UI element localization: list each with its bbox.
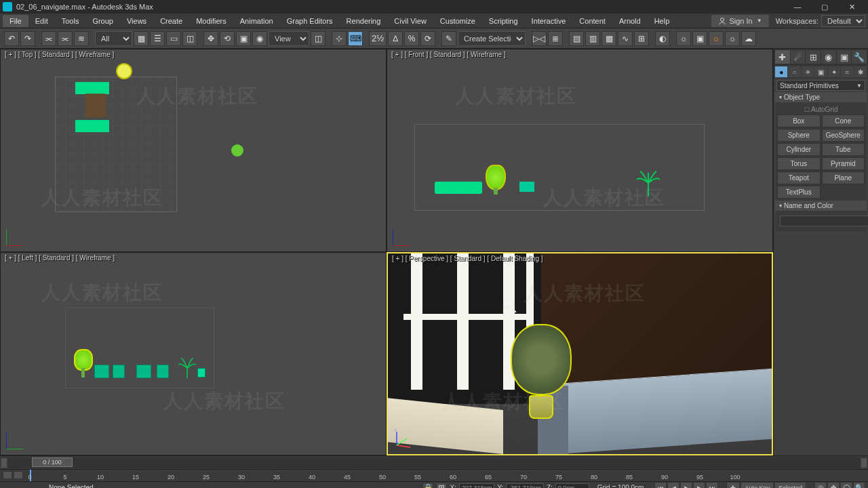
undo-button[interactable]: ↶ [4,31,19,46]
selection-lock-toggle[interactable]: 🔒 [422,483,433,489]
menu-scripting[interactable]: Scripting [482,15,525,27]
lights-subtab[interactable]: ☀ [802,66,814,77]
hierarchy-tab[interactable]: ⊞ [806,50,821,64]
set-key-button[interactable] [3,471,12,479]
menu-edit[interactable]: Edit [28,15,55,27]
percent-snap-toggle[interactable]: % [404,31,419,46]
viewport-front-label[interactable]: [ + ] [ Front ] [ Standard ] [ Wireframe… [391,51,506,58]
render-setup-button[interactable]: ☼ [676,31,691,46]
nav-zoom-button[interactable]: 🔍 [853,482,865,489]
render-iterate-button[interactable]: ☼ [725,31,740,46]
select-by-name-button[interactable]: ☰ [150,31,165,46]
time-ruler[interactable]: 0 5 10 15 20 25 30 35 40 45 50 55 60 65 … [0,469,868,481]
object-furn[interactable] [136,365,151,378]
slider-right-arrow[interactable] [861,458,867,468]
viewport-perspective[interactable]: z [ + ] [ Perspective ] [ Standard ] [ D… [387,252,773,455]
create-plane-button[interactable]: Plane [822,171,865,184]
render-production-button[interactable]: ☼ [709,31,724,46]
link-button[interactable]: ⫘ [41,31,56,46]
systems-subtab[interactable]: ✱ [854,66,867,77]
ref-coord-dropdown[interactable]: View [269,31,309,46]
signin-button[interactable]: Sign In ▼ [711,15,768,27]
isolate-toggle[interactable]: ◎ [814,482,827,489]
object-sofa[interactable] [435,182,482,194]
angle-snap-toggle[interactable]: ∆ [388,31,403,46]
object-palm[interactable] [635,166,662,198]
selected-tree[interactable] [486,165,506,190]
menu-rendering[interactable]: Rendering [340,15,388,27]
viewport-left-label[interactable]: [ + ] [ Left ] [ Standard ] [ Wireframe … [5,254,115,262]
menu-civilview[interactable]: Civil View [387,15,433,27]
object-name-input[interactable] [780,216,868,226]
object-box[interactable] [75,120,109,132]
y-coord[interactable]: -351.719cm [506,483,544,489]
create-geosphere-button[interactable]: GeoSphere [822,129,865,142]
object-sphere[interactable] [231,144,243,157]
align-button[interactable]: ≣ [548,31,563,46]
schematic-view-button[interactable]: ⊞ [634,31,649,46]
create-sphere-button[interactable]: Sphere [777,129,821,142]
goto-start-button[interactable]: ⏮ [654,482,667,489]
menu-tools[interactable]: Tools [55,15,86,27]
selected-plant[interactable] [511,324,572,419]
select-scale-button[interactable]: ▣ [236,31,251,46]
viewport-persp-label[interactable]: [ + ] [ Perspective ] [ Standard ] [ Def… [392,255,543,262]
z-coord[interactable]: 0.0cm [555,483,589,489]
use-pivot-button[interactable]: ◫ [311,31,326,46]
autokey-toggle[interactable]: Auto Key [741,482,774,489]
shapes-subtab[interactable]: ○ [788,66,800,77]
next-frame-button[interactable]: ▶ [693,482,705,489]
select-object-button[interactable]: ▦ [134,31,149,46]
display-tab[interactable]: ▣ [837,50,852,64]
helpers-subtab[interactable]: ✦ [828,66,840,77]
select-rotate-button[interactable]: ⟲ [220,31,235,46]
play-button[interactable]: ▶ [680,482,692,489]
big-setkey-button[interactable]: ✚ [726,482,740,489]
x-coord[interactable]: 707.318cm [459,483,495,489]
geometry-subtab[interactable]: ● [775,66,787,77]
redo-button[interactable]: ↷ [20,31,35,46]
select-place-button[interactable]: ◉ [252,31,267,46]
menu-file[interactable]: File [3,15,28,27]
nav-arc-button[interactable]: ◯ [840,482,852,489]
create-tab[interactable]: ✚ [775,50,790,64]
create-teapot-button[interactable]: Teapot [777,171,821,184]
autogrid-checkbox[interactable]: ☐ AutoGrid [777,104,865,115]
modify-tab[interactable]: ☄ [791,50,806,64]
object-furn[interactable] [197,368,205,378]
key-mode-button[interactable] [14,471,23,479]
object-cabinet[interactable] [557,368,773,454]
rollout-object-type[interactable]: Object Type [775,92,867,102]
spacewarps-subtab[interactable]: ≈ [841,66,853,77]
goto-end-button[interactable]: ⏭ [706,482,718,489]
selected-filter[interactable]: Selected [774,482,806,489]
window-crossing-button[interactable]: ◫ [182,31,197,46]
menu-group[interactable]: Group [85,15,120,27]
keyboard-shortcut-toggle[interactable]: ⌨ [348,31,363,46]
menu-customize[interactable]: Customize [433,15,482,27]
select-move-button[interactable]: ✥ [203,31,218,46]
menu-animation[interactable]: Animation [233,15,280,27]
selection-filter-dropdown[interactable]: All [95,31,132,46]
create-tube-button[interactable]: Tube [822,143,865,156]
menu-content[interactable]: Content [572,15,612,27]
create-torus-button[interactable]: Torus [777,157,821,170]
object-furn[interactable] [113,365,125,378]
object-furn[interactable] [157,365,169,378]
object-furn[interactable] [94,365,109,378]
rollout-name-color[interactable]: Name and Color [775,201,867,211]
toggle-scene-explorer[interactable]: ▥ [585,31,600,46]
toggle-ribbon[interactable]: ▦ [601,31,616,46]
menu-arnold[interactable]: Arnold [612,15,648,27]
create-box-button[interactable]: Box [777,115,821,127]
material-editor-button[interactable]: ◐ [655,31,670,46]
curve-editor-button[interactable]: ∿ [618,31,633,46]
selected-object[interactable] [116,63,132,79]
minimize-button[interactable]: — [784,0,811,14]
rect-region-button[interactable]: ▭ [166,31,181,46]
motion-tab[interactable]: ◉ [821,50,836,64]
viewport-left[interactable]: [ + ] [ Left ] [ Standard ] [ Wireframe … [0,252,387,455]
bind-button[interactable]: ≋ [74,31,89,46]
close-button[interactable]: ✕ [838,0,865,14]
spinner-snap-toggle[interactable]: ⟳ [420,31,435,46]
